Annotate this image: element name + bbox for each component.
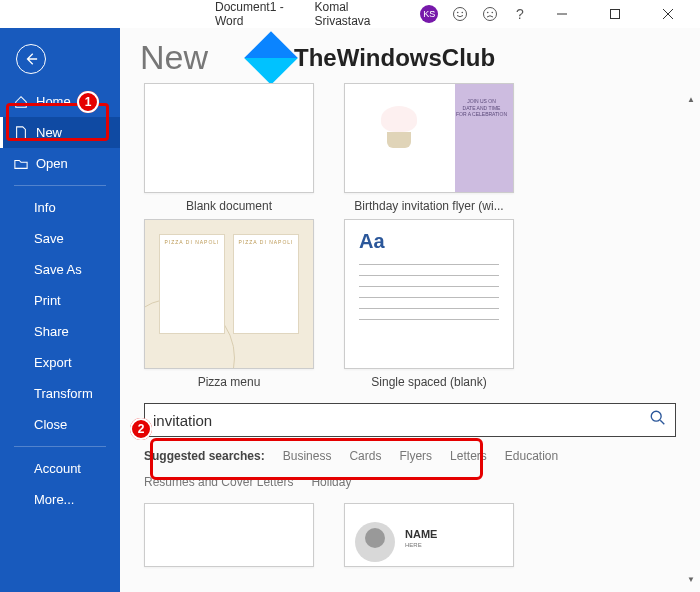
suggest-business[interactable]: Business — [283, 449, 332, 463]
search-box[interactable] — [144, 403, 676, 437]
sidebar-item-share[interactable]: Share — [0, 316, 120, 347]
template-result-name-card[interactable]: NAME HERE — [344, 503, 514, 567]
open-folder-icon — [14, 157, 28, 171]
new-doc-icon — [14, 126, 28, 140]
svg-point-10 — [651, 411, 661, 421]
scroll-down-icon[interactable]: ▼ — [687, 572, 695, 586]
page-title: New — [140, 38, 208, 77]
suggest-education[interactable]: Education — [505, 449, 558, 463]
suggested-searches: Suggested searches: Business Cards Flyer… — [120, 443, 700, 495]
suggest-letters[interactable]: Letters — [450, 449, 487, 463]
sidebar-item-new[interactable]: New — [0, 117, 120, 148]
template-label: Blank document — [144, 199, 314, 213]
svg-line-11 — [660, 420, 664, 424]
suggest-cards[interactable]: Cards — [349, 449, 381, 463]
template-pizza-menu[interactable]: PIZZA DI NAPOLI PIZZA DI NAPOLI Pizza me… — [144, 219, 314, 389]
annotation-badge-1: 1 — [77, 91, 99, 113]
sidebar-item-saveas[interactable]: Save As — [0, 254, 120, 285]
thumb-text: JOIN US ON DATE AND TIME FOR A CELEBRATI… — [456, 98, 507, 118]
titlebar: Document1 - Word Komal Srivastava KS ? — [0, 0, 700, 28]
scroll-up-icon[interactable]: ▲ — [687, 92, 695, 106]
help-icon[interactable]: ? — [512, 6, 528, 22]
template-birthday-invitation[interactable]: JOIN US ON DATE AND TIME FOR A CELEBRATI… — [344, 83, 514, 213]
document-title: Document1 - Word — [215, 0, 314, 28]
template-search — [144, 403, 676, 437]
sidebar-separator — [14, 446, 106, 447]
sidebar-item-transform[interactable]: Transform — [0, 378, 120, 409]
smiley-icon[interactable] — [452, 6, 468, 22]
user-avatar-badge[interactable]: KS — [420, 5, 438, 23]
sidebar-item-save[interactable]: Save — [0, 223, 120, 254]
sidebar-item-export[interactable]: Export — [0, 347, 120, 378]
search-input[interactable] — [153, 412, 649, 429]
frown-icon[interactable] — [482, 6, 498, 22]
sidebar-separator — [14, 185, 106, 186]
sidebar-label: New — [36, 125, 62, 140]
template-label: Pizza menu — [144, 375, 314, 389]
main-panel: New TheWindowsClub Blank document JOIN U… — [120, 28, 700, 592]
svg-point-3 — [484, 8, 497, 21]
suggest-label: Suggested searches: — [144, 449, 265, 463]
sidebar-item-close[interactable]: Close — [0, 409, 120, 440]
template-result[interactable] — [144, 503, 314, 567]
svg-point-2 — [462, 12, 464, 14]
svg-point-5 — [492, 12, 494, 14]
back-button[interactable] — [16, 44, 46, 74]
svg-point-1 — [457, 12, 459, 14]
sidebar-item-more[interactable]: More... — [0, 484, 120, 515]
brand-text: TheWindowsClub — [294, 44, 495, 72]
template-single-spaced[interactable]: Aa Single spaced (blank) — [344, 219, 514, 389]
svg-point-0 — [454, 8, 467, 21]
brand-logo-icon — [244, 31, 298, 85]
annotation-badge-2: 2 — [130, 418, 152, 440]
sidebar-item-print[interactable]: Print — [0, 285, 120, 316]
vertical-scrollbar[interactable]: ▲ ▼ — [684, 92, 698, 586]
sidebar-item-open[interactable]: Open — [0, 148, 120, 179]
search-icon[interactable] — [649, 409, 667, 431]
user-name[interactable]: Komal Srivastava — [314, 0, 406, 28]
template-label: Birthday invitation flyer (wi... — [344, 199, 514, 213]
home-icon — [14, 95, 28, 109]
svg-rect-7 — [610, 10, 619, 19]
maximize-button[interactable] — [595, 0, 634, 28]
minimize-button[interactable] — [542, 0, 581, 28]
close-window-button[interactable] — [649, 0, 688, 28]
sidebar-item-home[interactable]: Home — [0, 86, 120, 117]
sidebar-item-info[interactable]: Info — [0, 192, 120, 223]
suggest-flyers[interactable]: Flyers — [399, 449, 432, 463]
suggest-holiday[interactable]: Holiday — [311, 475, 351, 489]
sidebar-item-account[interactable]: Account — [0, 453, 120, 484]
sidebar-label: Home — [36, 94, 71, 109]
svg-point-4 — [487, 12, 489, 14]
suggest-resumes[interactable]: Resumes and Cover Letters — [144, 475, 293, 489]
template-label: Single spaced (blank) — [344, 375, 514, 389]
sidebar-label: Open — [36, 156, 68, 171]
backstage-sidebar: Home New Open Info Save Save As Print Sh… — [0, 28, 120, 592]
brand-overlay: TheWindowsClub — [252, 39, 495, 77]
template-blank-document[interactable]: Blank document — [144, 83, 314, 213]
